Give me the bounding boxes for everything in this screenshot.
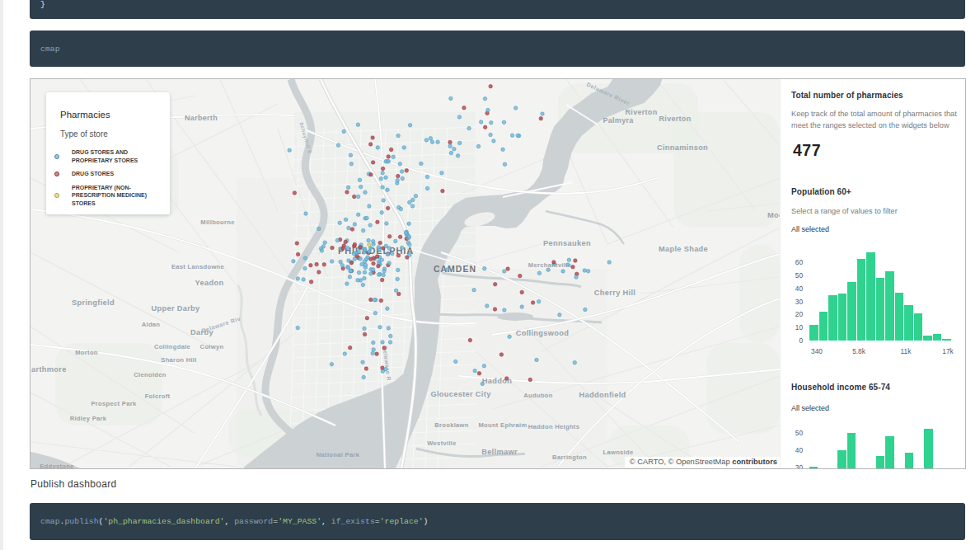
svg-text:Haddon Heights: Haddon Heights bbox=[528, 423, 579, 430]
svg-text:Maple Shade: Maple Shade bbox=[659, 245, 708, 253]
svg-text:Gloucester City: Gloucester City bbox=[430, 390, 491, 398]
svg-text:Narberth: Narberth bbox=[185, 114, 218, 122]
svg-text:Collingdale: Collingdale bbox=[154, 343, 190, 350]
svg-text:Sharon Hill: Sharon Hill bbox=[161, 356, 196, 364]
svg-text:Cinnaminson: Cinnaminson bbox=[657, 143, 708, 152]
svg-text:Aldan: Aldan bbox=[142, 321, 161, 328]
svg-text:Bellmawr: Bellmawr bbox=[481, 448, 518, 456]
svg-text:Colwyn: Colwyn bbox=[200, 343, 224, 350]
svg-text:Palmyra: Palmyra bbox=[603, 116, 634, 125]
svg-text:Moorest: Moorest bbox=[767, 211, 780, 219]
svg-text:Springfield: Springfield bbox=[72, 299, 115, 307]
svg-text:Millbourne: Millbourne bbox=[200, 219, 234, 226]
svg-text:Cherry Hill: Cherry Hill bbox=[594, 289, 635, 297]
svg-text:Clenolden: Clenolden bbox=[134, 371, 166, 378]
svg-text:Prospect Park: Prospect Park bbox=[91, 400, 137, 407]
svg-text:Barrington: Barrington bbox=[552, 454, 587, 461]
svg-text:Eddystone: Eddystone bbox=[40, 463, 74, 468]
svg-text:Merchantville: Merchantville bbox=[528, 261, 571, 269]
svg-text:Morton: Morton bbox=[75, 349, 98, 356]
svg-text:Pennsauken: Pennsauken bbox=[543, 239, 591, 247]
svg-text:Upper Darby: Upper Darby bbox=[151, 304, 200, 313]
svg-text:Riverton: Riverton bbox=[659, 115, 692, 123]
svg-text:CAMDEN: CAMDEN bbox=[434, 264, 476, 274]
svg-text:Mount Ephraim: Mount Ephraim bbox=[478, 421, 527, 429]
svg-text:Brooklawn: Brooklawn bbox=[434, 421, 469, 429]
svg-text:Yeadon: Yeadon bbox=[195, 279, 224, 287]
svg-text:arthmore: arthmore bbox=[31, 365, 67, 374]
svg-text:Folcroft: Folcroft bbox=[145, 393, 171, 400]
svg-text:Lawnside: Lawnside bbox=[603, 449, 633, 456]
svg-text:Westville: Westville bbox=[427, 440, 456, 447]
svg-text:Ridley Park: Ridley Park bbox=[70, 415, 107, 422]
svg-text:National Park: National Park bbox=[317, 451, 360, 458]
svg-text:Audubon: Audubon bbox=[523, 392, 552, 399]
svg-text:Haddonfield: Haddonfield bbox=[579, 391, 626, 399]
svg-text:Riverton: Riverton bbox=[626, 108, 658, 116]
svg-text:Collingswood: Collingswood bbox=[516, 329, 570, 337]
svg-text:East Lansdowne: East Lansdowne bbox=[171, 263, 224, 270]
